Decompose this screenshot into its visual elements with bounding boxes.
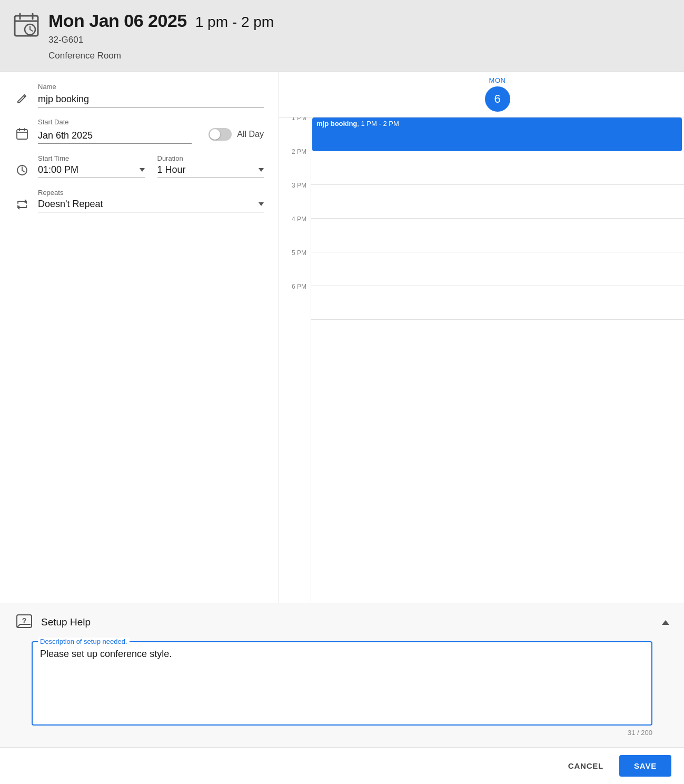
duration-field: Duration 1 Hour (157, 154, 264, 178)
save-button[interactable]: SAVE (619, 755, 671, 777)
cancel-button[interactable]: CANCEL (559, 756, 613, 776)
calendar-header: MON 6 (279, 72, 684, 117)
time-duration-body: Start Time 01:00 PM Duration 1 Hour (38, 154, 264, 178)
setup-help-chevron-up (662, 620, 669, 625)
name-form-body: Name (38, 83, 264, 107)
main-content: Name Start Date (0, 72, 684, 603)
header: Mon Jan 06 2025 1 pm - 2 pm 32-G601 Conf… (0, 0, 684, 72)
start-time-field: Start Time 01:00 PM (38, 154, 145, 178)
name-label: Name (38, 83, 264, 91)
cal-day-column: MON 6 (311, 72, 684, 117)
svg-line-7 (24, 96, 25, 97)
start-date-label: Start Date (38, 118, 264, 126)
name-field: Name (15, 83, 264, 107)
cal-time-gutter-header (279, 72, 311, 117)
cal-hour-row-4pm (311, 219, 684, 252)
calendar-icon (15, 126, 29, 141)
time-slot-3pm: 3 PM (279, 185, 311, 219)
char-count: 31 / 200 (32, 726, 652, 737)
setup-help-left: ? Setup Help (15, 613, 91, 632)
start-time-value: 01:00 PM (38, 164, 140, 175)
setup-help-icon: ? (15, 613, 34, 632)
cal-event-block[interactable]: mjp booking, 1 PM - 2 PM (312, 117, 682, 151)
time-label-2pm: 2 PM (292, 148, 306, 155)
edit-icon (15, 91, 29, 106)
cal-event-time: 1 PM - 2 PM (361, 120, 399, 128)
svg-text:?: ? (22, 616, 27, 625)
cal-hour-row-6pm (311, 286, 684, 320)
date-form-body: Start Date All Day (38, 118, 264, 144)
time-label-3pm: 3 PM (292, 182, 306, 189)
duration-label: Duration (157, 154, 264, 162)
cal-hour-row-2pm (311, 151, 684, 185)
svg-rect-8 (17, 130, 27, 139)
time-slot-1pm: 1 PM (279, 117, 311, 151)
header-time: 1 pm - 2 pm (195, 14, 274, 31)
svg-line-14 (22, 170, 24, 172)
setup-description-textarea[interactable]: Please set up conference style. (40, 649, 644, 717)
cal-day-name: MON (489, 76, 506, 84)
time-slot-2pm: 2 PM (279, 151, 311, 185)
clock-icon (15, 163, 29, 178)
repeat-icon (15, 197, 29, 212)
time-label-6pm: 6 PM (292, 283, 306, 290)
date-allday-row: All Day (38, 128, 264, 144)
header-room-name: Conference Room (48, 49, 274, 63)
duration-select[interactable]: 1 Hour (157, 164, 264, 178)
start-time-label: Start Time (38, 154, 145, 162)
cal-hour-row-1pm: mjp booking, 1 PM - 2 PM (311, 117, 684, 151)
time-label-4pm: 4 PM (292, 215, 306, 223)
repeats-value: Doesn't Repeat (38, 199, 259, 210)
start-date-field: Start Date All Day (15, 118, 264, 144)
start-time-select[interactable]: 01:00 PM (38, 164, 145, 178)
calendar-body: 1 PM 2 PM 3 PM 4 PM 5 PM 6 PM mjp bookin… (279, 117, 684, 603)
setup-description-wrapper: Description of setup needed. Please set … (32, 641, 652, 726)
allday-label: All Day (237, 130, 264, 139)
header-room-code: 32-G601 (48, 33, 274, 47)
setup-help-title: Setup Help (41, 616, 91, 628)
repeats-field: Repeats Doesn't Repeat (15, 189, 264, 212)
time-gutter: 1 PM 2 PM 3 PM 4 PM 5 PM 6 PM (279, 117, 311, 603)
time-slot-4pm: 4 PM (279, 219, 311, 252)
setup-help-body: Description of setup needed. Please set … (0, 641, 684, 747)
setup-description-label: Description of setup needed. (38, 638, 130, 645)
form-panel: Name Start Date (0, 72, 279, 603)
name-input[interactable] (38, 93, 264, 107)
toggle-knob (210, 129, 220, 140)
cal-hour-row-5pm (311, 252, 684, 286)
repeats-select[interactable]: Doesn't Repeat (38, 199, 264, 212)
start-date-input[interactable] (38, 129, 192, 144)
time-duration-row: Start Time 01:00 PM Duration 1 Hour (38, 154, 264, 178)
time-slot-6pm: 6 PM (279, 286, 311, 320)
header-date: Mon Jan 06 2025 (48, 11, 187, 31)
time-slot-5pm: 5 PM (279, 252, 311, 286)
cal-events-col: mjp booking, 1 PM - 2 PM (311, 117, 684, 603)
toggle-switch[interactable] (209, 128, 232, 141)
date-field-inner (38, 129, 192, 144)
footer: CANCEL SAVE (0, 747, 684, 784)
setup-help-section: ? Setup Help Description of setup needed… (0, 603, 684, 747)
duration-chevron (259, 168, 264, 172)
header-title-line: Mon Jan 06 2025 1 pm - 2 pm (48, 11, 274, 31)
duration-value: 1 Hour (157, 164, 259, 175)
cal-event-title: mjp booking (316, 120, 357, 128)
repeats-label: Repeats (38, 189, 264, 197)
time-label-1pm: 1 PM (292, 117, 306, 122)
repeats-body: Repeats Doesn't Repeat (38, 189, 264, 212)
cal-day-number: 6 (485, 86, 510, 112)
calendar-clock-icon (13, 12, 40, 39)
time-label-5pm: 5 PM (292, 249, 306, 257)
calendar-panel: MON 6 1 PM 2 PM 3 PM 4 PM 5 PM 6 PM mjp … (279, 72, 684, 603)
svg-line-6 (30, 30, 33, 31)
start-time-chevron (140, 168, 145, 172)
setup-help-header[interactable]: ? Setup Help (0, 603, 684, 641)
cal-event-separator: , (357, 120, 361, 128)
allday-toggle[interactable]: All Day (209, 128, 264, 144)
header-text: Mon Jan 06 2025 1 pm - 2 pm 32-G601 Conf… (48, 11, 274, 62)
repeats-chevron (259, 202, 264, 206)
cal-hour-row-3pm (311, 185, 684, 219)
time-duration-field: Start Time 01:00 PM Duration 1 Hour (15, 154, 264, 178)
